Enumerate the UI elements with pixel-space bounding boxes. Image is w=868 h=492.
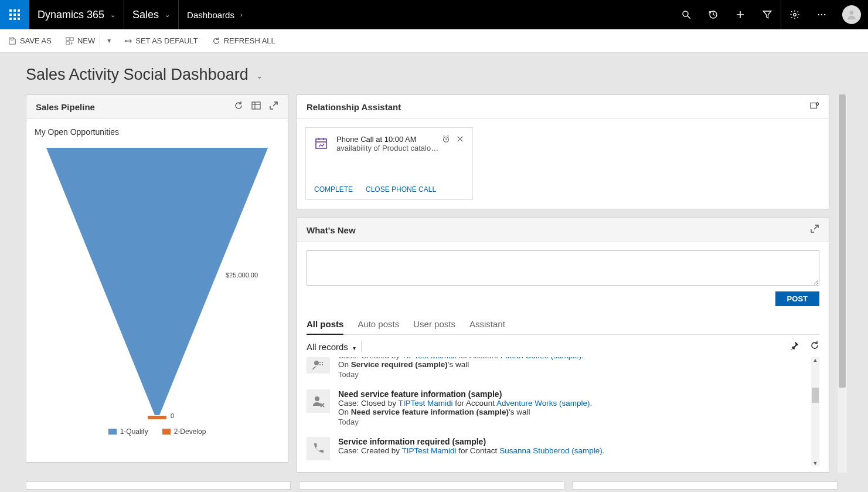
refresh-chart-button[interactable]: [234, 101, 243, 113]
complete-action[interactable]: COMPLETE: [314, 185, 353, 194]
svg-rect-21: [66, 37, 69, 40]
page-scroll-thumb[interactable]: [839, 94, 846, 388]
breadcrumb-dashboards[interactable]: Dashboards ›: [179, 0, 251, 29]
dashboard-title-dropdown[interactable]: Sales Activity Social Dashboard ⌄: [26, 66, 842, 84]
user-link[interactable]: TIPTest Mamidi: [399, 399, 453, 408]
sales-pipeline-header: Sales Pipeline: [26, 95, 288, 119]
enlarge-whats-new-button[interactable]: [810, 224, 819, 236]
set-default-label: SET AS DEFAULT: [135, 36, 198, 45]
svg-rect-5: [18, 13, 20, 16]
panel-stub[interactable]: [299, 481, 564, 490]
refresh-all-label: REFRESH ALL: [224, 36, 275, 45]
caret-down-icon: ▾: [353, 345, 356, 351]
area-label: Sales: [132, 9, 159, 21]
assistant-card[interactable]: Phone Call at 10:00 AM availability of P…: [305, 127, 473, 200]
swatch-develop: [162, 429, 171, 435]
svg-line-46: [448, 135, 449, 137]
feed-scroll-thumb[interactable]: [812, 388, 819, 403]
post-button[interactable]: POST: [775, 291, 819, 306]
svg-rect-53: [319, 364, 321, 365]
svg-point-55: [315, 396, 319, 401]
chevron-down-icon: ⌄: [165, 11, 170, 19]
card-subtitle: availability of Product catalogs (s...: [336, 144, 442, 152]
funnel-chart[interactable]: $25,000.00 0: [35, 147, 280, 423]
sales-pipeline-title: Sales Pipeline: [36, 102, 95, 112]
tab-assistant[interactable]: Assistant: [469, 315, 505, 334]
page-header: Sales Activity Social Dashboard ⌄: [0, 53, 868, 94]
sales-pipeline-body: My Open Opportunities $25,000.00 0 1-Qua…: [26, 119, 288, 442]
feed-scrollbar[interactable]: ▲ ▼: [811, 357, 819, 466]
activity-feed: Case: Created by TIPTest Mamidi for Acco…: [307, 357, 819, 466]
chevron-down-icon: ⌄: [110, 11, 115, 19]
svg-line-45: [444, 135, 445, 137]
svg-point-16: [818, 14, 819, 15]
legend-qualify-label: 1-Qualify: [120, 427, 148, 436]
post-tabs: All posts Auto posts User posts Assistan…: [307, 315, 819, 335]
global-nav: Dynamics 365 ⌄ Sales ⌄ Dashboards ›: [0, 0, 868, 29]
svg-rect-4: [13, 13, 16, 16]
separator: [100, 35, 100, 47]
feed-filter-row: All records ▾: [307, 341, 819, 352]
svg-line-44: [446, 140, 447, 140]
quick-create-button[interactable]: [727, 0, 754, 29]
page-scrollbar[interactable]: [838, 94, 850, 473]
snooze-button[interactable]: [442, 135, 450, 152]
records-filter-dropdown[interactable]: All records ▾: [307, 342, 356, 352]
save-as-button[interactable]: SAVE AS: [8, 36, 52, 45]
area-dropdown[interactable]: Sales ⌄: [124, 0, 179, 29]
whats-new-title: What's New: [307, 225, 356, 235]
account-link[interactable]: Fourth Coffee (sample).: [501, 357, 584, 360]
new-button[interactable]: NEW: [66, 36, 95, 45]
advanced-find-button[interactable]: [754, 0, 781, 29]
tab-user-posts[interactable]: User posts: [413, 315, 455, 334]
svg-rect-6: [9, 18, 12, 20]
search-button[interactable]: [673, 0, 700, 29]
settings-button[interactable]: [781, 0, 808, 29]
more-button[interactable]: [808, 0, 835, 29]
svg-rect-54: [322, 364, 323, 365]
pin-button[interactable]: [790, 341, 799, 352]
post-input[interactable]: [307, 250, 819, 286]
refresh-all-button[interactable]: REFRESH ALL: [212, 36, 275, 45]
svg-point-18: [824, 14, 825, 15]
svg-rect-52: [322, 362, 323, 363]
breadcrumb-label: Dashboards: [187, 10, 234, 20]
whats-new-body: POST All posts Auto posts User posts Ass…: [297, 242, 829, 472]
enlarge-chart-button[interactable]: [269, 101, 278, 113]
user-avatar[interactable]: [842, 5, 861, 24]
panel-stub[interactable]: [26, 481, 291, 490]
account-link[interactable]: Adventure Works (sample).: [496, 399, 592, 408]
contact-link[interactable]: Susanna Stubberod (sample).: [499, 446, 604, 455]
chart-subtitle: My Open Opportunities: [35, 127, 280, 137]
panel-stub[interactable]: [573, 481, 838, 490]
svg-rect-8: [18, 18, 20, 20]
user-link[interactable]: TIPTest Mamidi: [402, 446, 457, 455]
new-split-caret[interactable]: ▼: [106, 38, 112, 44]
svg-marker-14: [763, 11, 771, 18]
set-as-default-button[interactable]: SET AS DEFAULT: [124, 36, 198, 45]
close-phone-call-action[interactable]: CLOSE PHONE CALL: [366, 185, 436, 194]
save-as-label: SAVE AS: [20, 36, 52, 45]
divider: [362, 341, 362, 352]
legend-develop: 2-Develop: [162, 427, 206, 436]
bottom-panel-row: [26, 481, 838, 490]
feed-post[interactable]: Case: Created by TIPTest Mamidi for Acco…: [307, 357, 810, 384]
app-launcher-button[interactable]: [0, 0, 29, 29]
assistant-settings-button[interactable]: [810, 101, 819, 113]
page-title-label: Sales Activity Social Dashboard: [26, 66, 249, 83]
refresh-feed-button[interactable]: [810, 341, 819, 352]
svg-point-50: [314, 361, 319, 365]
post-avatar-icon: [307, 357, 330, 374]
feed-post[interactable]: Service information required (sample) Ca…: [307, 431, 810, 465]
funnel-qualify-value: $25,000.00: [226, 272, 258, 279]
svg-line-31: [273, 102, 277, 106]
tab-all-posts[interactable]: All posts: [307, 315, 343, 335]
tab-auto-posts[interactable]: Auto posts: [358, 315, 399, 334]
feed-post[interactable]: Need service feature information (sample…: [307, 384, 810, 431]
app-name-dropdown[interactable]: Dynamics 365 ⌄: [29, 0, 124, 29]
view-records-button[interactable]: [251, 101, 261, 113]
recent-button[interactable]: [700, 0, 727, 29]
svg-point-26: [125, 40, 127, 42]
svg-rect-1: [13, 9, 16, 12]
dismiss-card-button[interactable]: [456, 135, 464, 152]
